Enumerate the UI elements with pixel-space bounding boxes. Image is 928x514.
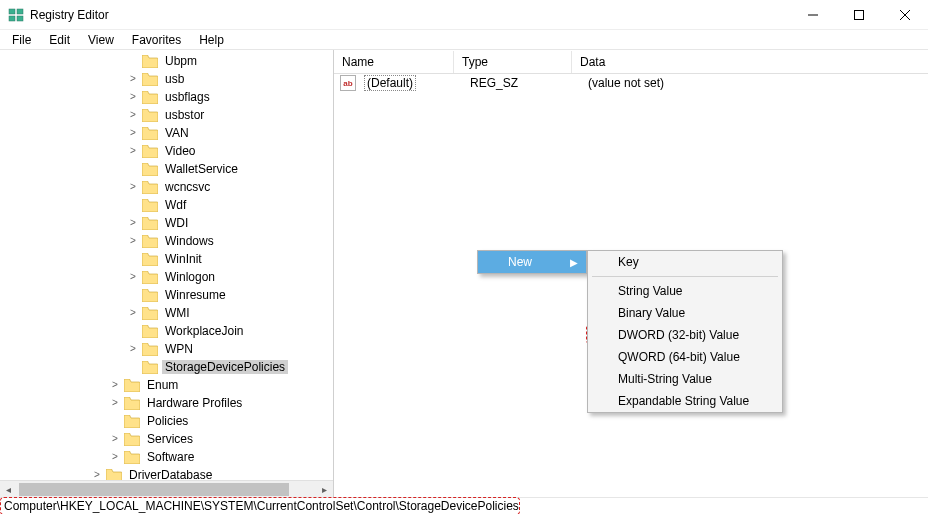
tree-item-label: Policies xyxy=(144,414,191,428)
context-menu-item[interactable]: QWORD (64-bit) Value xyxy=(588,346,782,368)
folder-icon xyxy=(142,361,158,374)
tree-item[interactable]: StorageDevicePolicies xyxy=(0,358,333,376)
menu-view[interactable]: View xyxy=(80,31,122,49)
tree-item[interactable]: Wdf xyxy=(0,196,333,214)
folder-icon xyxy=(142,271,158,284)
tree-item[interactable]: >Video xyxy=(0,142,333,160)
tree-item-label: WorkplaceJoin xyxy=(162,324,246,338)
expander-icon[interactable]: > xyxy=(126,182,140,192)
horizontal-scrollbar[interactable]: ◂ ▸ xyxy=(0,480,333,497)
folder-icon xyxy=(142,343,158,356)
tree-item[interactable]: >DriverDatabase xyxy=(0,466,333,480)
tree-item-label: DriverDatabase xyxy=(126,468,215,480)
expander-icon[interactable]: > xyxy=(126,110,140,120)
value-name: (Default) xyxy=(360,76,466,90)
context-menu-item[interactable]: Multi-String Value xyxy=(588,368,782,390)
tree-item[interactable]: Winresume xyxy=(0,286,333,304)
tree-item[interactable]: >WPN xyxy=(0,340,333,358)
tree-item[interactable]: >Services xyxy=(0,430,333,448)
tree-item[interactable]: >Software xyxy=(0,448,333,466)
list-body[interactable]: ab(Default)REG_SZ(value not set) New ▶ K… xyxy=(334,74,928,497)
expander-icon[interactable]: > xyxy=(126,146,140,156)
menu-bar: File Edit View Favorites Help xyxy=(0,30,928,50)
expander-icon[interactable]: > xyxy=(126,92,140,102)
tree-item-label: usbflags xyxy=(162,90,213,104)
column-header-data[interactable]: Data xyxy=(572,51,928,73)
svg-rect-5 xyxy=(855,10,864,19)
scroll-thumb[interactable] xyxy=(19,483,289,496)
close-button[interactable] xyxy=(882,0,928,30)
context-menu-item-label: Expandable String Value xyxy=(618,394,749,408)
expander-icon[interactable]: > xyxy=(90,470,104,480)
folder-icon xyxy=(142,181,158,194)
folder-icon xyxy=(142,289,158,302)
tree-item[interactable]: WorkplaceJoin xyxy=(0,322,333,340)
tree-item[interactable]: >usb xyxy=(0,70,333,88)
menu-favorites[interactable]: Favorites xyxy=(124,31,189,49)
maximize-button[interactable] xyxy=(836,0,882,30)
expander-icon[interactable]: > xyxy=(126,344,140,354)
expander-icon[interactable]: > xyxy=(126,74,140,84)
folder-icon xyxy=(142,235,158,248)
folder-icon xyxy=(142,163,158,176)
context-menu-item[interactable]: DWORD (32-bit) Value xyxy=(588,324,782,346)
tree-item[interactable]: >WDI xyxy=(0,214,333,232)
tree-item-label: WPN xyxy=(162,342,196,356)
expander-icon[interactable]: > xyxy=(126,272,140,282)
tree-item-label: wcncsvc xyxy=(162,180,213,194)
tree-item[interactable]: Ubpm xyxy=(0,52,333,70)
scroll-right-button[interactable]: ▸ xyxy=(316,481,333,498)
tree-item-label: StorageDevicePolicies xyxy=(162,360,288,374)
svg-rect-3 xyxy=(17,16,23,21)
context-menu: New ▶ xyxy=(477,250,587,274)
tree-item[interactable]: >Hardware Profiles xyxy=(0,394,333,412)
tree-item[interactable]: >VAN xyxy=(0,124,333,142)
context-menu-item[interactable]: Key xyxy=(588,251,782,273)
tree-item[interactable]: WinInit xyxy=(0,250,333,268)
tree-item[interactable]: >Windows xyxy=(0,232,333,250)
tree-view[interactable]: Ubpm>usb>usbflags>usbstor>VAN>VideoWalle… xyxy=(0,50,333,480)
expander-icon[interactable]: > xyxy=(126,128,140,138)
tree-item[interactable]: >WMI xyxy=(0,304,333,322)
tree-item-label: VAN xyxy=(162,126,192,140)
tree-item-label: Video xyxy=(162,144,198,158)
tree-item[interactable]: Policies xyxy=(0,412,333,430)
svg-rect-1 xyxy=(9,16,15,21)
context-menu-item[interactable]: Binary Value xyxy=(588,302,782,324)
tree-item[interactable]: >Winlogon xyxy=(0,268,333,286)
expander-icon[interactable]: > xyxy=(126,308,140,318)
context-menu-item[interactable]: Expandable String Value xyxy=(588,390,782,412)
tree-item-label: WDI xyxy=(162,216,191,230)
tree-item-label: WalletService xyxy=(162,162,241,176)
tree-item[interactable]: WalletService xyxy=(0,160,333,178)
menu-edit[interactable]: Edit xyxy=(41,31,78,49)
menu-help[interactable]: Help xyxy=(191,31,232,49)
column-header-name[interactable]: Name xyxy=(334,51,454,73)
context-menu-item[interactable]: String Value xyxy=(588,280,782,302)
expander-icon[interactable]: > xyxy=(126,236,140,246)
context-menu-item-label: DWORD (32-bit) Value xyxy=(618,328,739,342)
scroll-track[interactable] xyxy=(17,481,316,498)
expander-icon[interactable]: > xyxy=(108,434,122,444)
scroll-left-button[interactable]: ◂ xyxy=(0,481,17,498)
expander-icon[interactable]: > xyxy=(108,452,122,462)
tree-item-label: Winlogon xyxy=(162,270,218,284)
tree-item[interactable]: >wcncsvc xyxy=(0,178,333,196)
minimize-button[interactable] xyxy=(790,0,836,30)
context-submenu-new: KeyString ValueBinary ValueDWORD (32-bit… xyxy=(587,250,783,413)
column-header-type[interactable]: Type xyxy=(454,51,572,73)
context-menu-new[interactable]: New ▶ xyxy=(478,251,586,273)
tree-item[interactable]: >Enum xyxy=(0,376,333,394)
tree-item[interactable]: >usbstor xyxy=(0,106,333,124)
context-menu-item-label: QWORD (64-bit) Value xyxy=(618,350,740,364)
folder-icon xyxy=(142,307,158,320)
menu-file[interactable]: File xyxy=(4,31,39,49)
string-value-icon: ab xyxy=(340,75,356,91)
folder-icon xyxy=(124,397,140,410)
list-item[interactable]: ab(Default)REG_SZ(value not set) xyxy=(334,74,928,92)
expander-icon[interactable]: > xyxy=(108,398,122,408)
tree-item[interactable]: >usbflags xyxy=(0,88,333,106)
expander-icon[interactable]: > xyxy=(108,380,122,390)
tree-item-label: Hardware Profiles xyxy=(144,396,245,410)
expander-icon[interactable]: > xyxy=(126,218,140,228)
